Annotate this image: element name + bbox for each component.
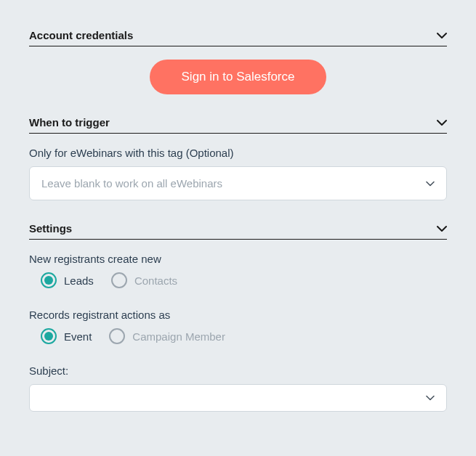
- records-actions-label: Records registrant actions as: [29, 309, 447, 321]
- chevron-down-icon: [426, 181, 435, 187]
- radio-button-icon: [111, 272, 127, 288]
- when-to-trigger-header[interactable]: When to trigger: [29, 116, 447, 134]
- radio-button-icon: [109, 328, 125, 344]
- radio-button-icon: [41, 328, 57, 344]
- subject-label: Subject:: [29, 365, 447, 377]
- when-to-trigger-title: When to trigger: [29, 116, 110, 129]
- tag-filter-select[interactable]: Leave blank to work on all eWebinars: [29, 166, 447, 200]
- signin-wrapper: Sign in to Salesforce: [29, 60, 447, 94]
- signin-salesforce-button[interactable]: Sign in to Salesforce: [150, 60, 327, 94]
- radio-button-icon: [41, 272, 57, 288]
- settings-header[interactable]: Settings: [29, 222, 447, 240]
- chevron-down-icon: [437, 32, 447, 39]
- settings-title: Settings: [29, 222, 72, 235]
- radio-leads-label: Leads: [64, 274, 94, 287]
- tag-filter-placeholder: Leave blank to work on all eWebinars: [41, 177, 222, 190]
- chevron-down-icon: [426, 395, 435, 401]
- tag-filter-label: Only for eWebinars with this tag (Option…: [29, 147, 447, 159]
- account-credentials-header[interactable]: Account credentials: [29, 29, 447, 46]
- radio-event[interactable]: Event: [41, 328, 92, 344]
- account-credentials-title: Account credentials: [29, 29, 133, 41]
- radio-leads[interactable]: Leads: [41, 272, 94, 288]
- radio-campaign-member[interactable]: Campaign Member: [109, 328, 225, 344]
- form-container: Account credentials Sign in to Salesforc…: [15, 15, 461, 441]
- radio-event-label: Event: [64, 330, 92, 343]
- subject-select[interactable]: [29, 384, 447, 412]
- chevron-down-icon: [437, 225, 447, 232]
- radio-campaign-member-label: Campaign Member: [132, 330, 225, 343]
- new-registrants-label: New registrants create new: [29, 253, 447, 265]
- new-registrants-radio-group: Leads Contacts: [29, 272, 447, 288]
- chevron-down-icon: [437, 119, 447, 126]
- radio-contacts-label: Contacts: [134, 274, 177, 287]
- radio-contacts[interactable]: Contacts: [111, 272, 177, 288]
- records-actions-radio-group: Event Campaign Member: [29, 328, 447, 344]
